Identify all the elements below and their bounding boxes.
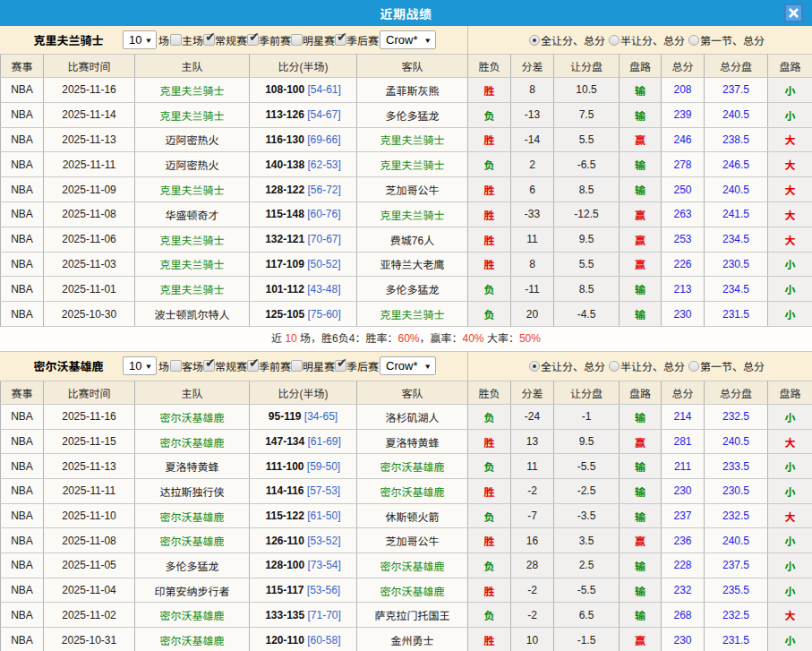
score-cell: 125-105 [75-60] (250, 302, 357, 327)
close-button[interactable] (784, 4, 803, 22)
result-cell: 胜 (468, 201, 511, 227)
table-row: NBA 2025-11-15 密尔沃基雄鹿 147-134 [61-69] 夏洛… (1, 429, 812, 454)
total-points-cell: 263 (662, 201, 705, 227)
radio-icon[interactable] (609, 361, 620, 372)
checkbox-icon[interactable]: ✔ (247, 360, 259, 372)
column-header: 比分(半场) (250, 55, 357, 78)
filter-radio-group: 全让分、总分半让分、总分第一节、总分 (467, 26, 812, 54)
point-diff-cell: -33 (511, 201, 554, 227)
point-diff-cell: 13 (511, 429, 554, 454)
checkbox-icon[interactable]: ✔ (291, 34, 303, 46)
bookmaker-select[interactable]: Crow*▼ (380, 356, 436, 375)
odds-scope-radio-1-1[interactable]: 半让分、总分 (609, 358, 685, 373)
table-row: NBA 2025-11-04 印第安纳步行者 115-117 [53-56] 密… (1, 578, 812, 603)
odds-scope-radio-1-0[interactable]: 全让分、总分 (529, 358, 605, 373)
table-row: NBA 2025-11-09 克里夫兰骑士 128-122 [56-72] 芝加… (1, 177, 812, 202)
bookmaker-value: Crow* (386, 33, 417, 47)
games-count-select[interactable]: 10▼ (123, 30, 157, 49)
filter-checkbox-0-0[interactable]: ✔主场 (170, 32, 203, 47)
odds-scope-radio-0-1[interactable]: 半让分、总分 (609, 32, 685, 47)
league-cell: NBA (1, 78, 44, 103)
result-cell: 胜 (468, 78, 511, 103)
result-cell: 胜 (468, 429, 511, 454)
checkbox-icon[interactable]: ✔ (247, 34, 259, 46)
away-team-cell: 克里夫兰骑士 (357, 201, 468, 227)
handicap-line-cell: 8.5 (554, 177, 620, 202)
filter-checkbox-1-2[interactable]: ✔季前赛 (247, 358, 291, 373)
radio-icon[interactable] (529, 35, 540, 46)
total-points-cell: 281 (662, 429, 705, 454)
handicap-result-cell: 赢 (620, 429, 662, 454)
final-score: 133-135 (265, 609, 304, 621)
league-cell: NBA (1, 603, 44, 628)
league-cell: NBA (1, 528, 44, 553)
checkbox-icon[interactable]: ✔ (203, 34, 215, 46)
score-cell: 108-100 [54-61] (250, 78, 357, 103)
date-cell: 2025-11-16 (44, 78, 135, 103)
checkbox-icon[interactable]: ✔ (170, 360, 182, 372)
filter-checkbox-0-3[interactable]: ✔明星赛 (291, 32, 335, 47)
result-cell: 负 (468, 152, 511, 177)
column-header: 让分盘 (554, 381, 620, 404)
score-cell: 140-138 [62-53] (250, 152, 357, 177)
games-count-select[interactable]: 10▼ (123, 356, 157, 375)
point-diff-cell: 16 (511, 528, 554, 553)
radio-icon[interactable] (688, 361, 699, 372)
radio-label: 半让分、总分 (620, 32, 685, 47)
halftime-score: [54-61] (308, 83, 341, 96)
over-under-cell: 小 (768, 528, 812, 553)
filter-checkbox-0-2[interactable]: ✔季前赛 (247, 32, 291, 47)
team-filter-bar: 克里夫兰骑士 10▼ 场 ✔主场✔常规赛✔季前赛✔明星赛✔季后赛 Crow*▼ … (0, 26, 812, 54)
radio-icon[interactable] (529, 361, 540, 372)
column-header: 盘路 (768, 55, 812, 78)
checkbox-icon[interactable]: ✔ (335, 34, 346, 46)
odds-scope-radio-0-2[interactable]: 第一节、总分 (688, 32, 765, 47)
column-header: 比赛时间 (44, 381, 135, 404)
filter-checkbox-1-0[interactable]: ✔客场 (170, 358, 203, 373)
column-header: 盘路 (620, 55, 662, 78)
halftime-score: [34-65] (304, 410, 338, 423)
away-team-cell: 洛杉矶湖人 (357, 404, 468, 429)
filter-checkbox-0-4[interactable]: ✔季后赛 (335, 32, 379, 47)
final-score: 115-122 (265, 510, 303, 522)
filter-checkbox-1-1[interactable]: ✔常规赛 (203, 358, 247, 373)
odds-scope-radio-1-2[interactable]: 第一节、总分 (688, 358, 765, 373)
date-cell: 2025-10-30 (44, 302, 135, 327)
score-cell: 115-148 [60-76] (250, 201, 357, 227)
over-under-cell: 小 (768, 479, 812, 504)
league-cell: NBA (1, 227, 44, 252)
point-diff-cell: -2 (511, 479, 554, 504)
check-mark-icon: ✔ (337, 355, 347, 370)
summary-segment: 40% (463, 332, 484, 345)
halftime-score: [73-54] (308, 559, 341, 571)
radio-icon[interactable] (609, 35, 620, 46)
total-points-cell: 236 (662, 528, 705, 553)
checkbox-icon[interactable]: ✔ (335, 360, 346, 372)
column-header: 客队 (357, 55, 468, 78)
filter-checkbox-1-3[interactable]: ✔明星赛 (291, 358, 335, 373)
over-under-cell: 小 (768, 277, 812, 302)
table-row: NBA 2025-11-11 迈阿密热火 140-138 [62-53] 克里夫… (1, 152, 812, 177)
column-header: 主队 (135, 55, 250, 78)
checkbox-icon[interactable]: ✔ (203, 360, 215, 372)
halftime-score: [69-66] (307, 133, 340, 146)
halftime-score: [62-53] (308, 158, 341, 171)
filter-checkbox-1-4[interactable]: ✔季后赛 (335, 358, 379, 373)
result-cell: 负 (468, 503, 511, 528)
score-cell: 113-126 [54-67] (250, 102, 357, 127)
over-under-cell: 小 (768, 454, 812, 479)
date-cell: 2025-11-16 (44, 404, 135, 429)
filter-checkbox-0-1[interactable]: ✔常规赛 (203, 32, 247, 47)
checkbox-icon[interactable]: ✔ (291, 360, 303, 372)
checkbox-label: 客场 (182, 358, 203, 373)
checkbox-icon[interactable]: ✔ (170, 34, 182, 46)
odds-scope-radio-0-0[interactable]: 全让分、总分 (529, 32, 605, 47)
bookmaker-select[interactable]: Crow*▼ (380, 30, 436, 49)
handicap-line-cell: 8.5 (554, 277, 620, 302)
away-team-cell: 休斯顿火箭 (357, 503, 468, 528)
column-header: 总分 (662, 381, 705, 404)
total-line-cell: 230.5 (705, 479, 768, 504)
away-team-cell: 克里夫兰骑士 (357, 127, 468, 152)
radio-icon[interactable] (688, 35, 699, 46)
league-cell: NBA (1, 277, 44, 302)
